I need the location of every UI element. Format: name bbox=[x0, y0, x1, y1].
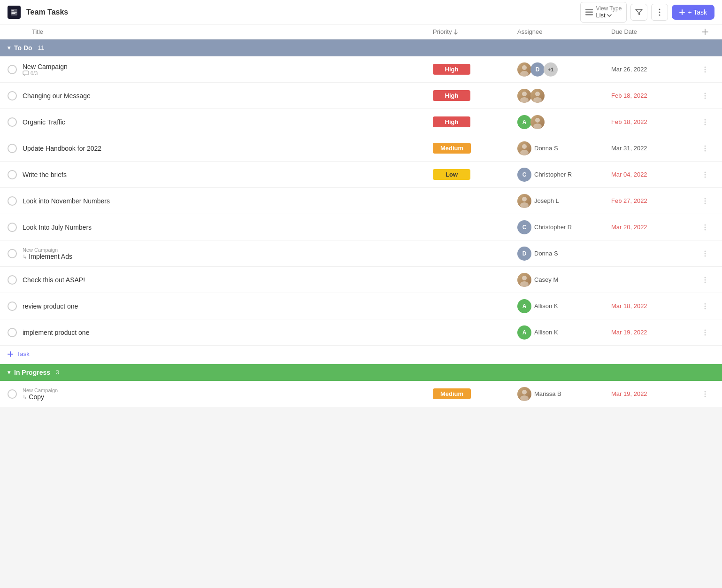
priority-badge[interactable]: Medium bbox=[433, 143, 471, 154]
svg-point-17 bbox=[705, 93, 706, 94]
svg-point-58 bbox=[705, 393, 706, 395]
app-title: Team Tasks bbox=[26, 8, 575, 16]
svg-point-44 bbox=[522, 276, 527, 280]
task-assignee-cell: A bbox=[517, 115, 611, 129]
task-more-button[interactable] bbox=[696, 250, 714, 257]
svg-point-56 bbox=[520, 395, 529, 401]
task-more-button[interactable] bbox=[696, 277, 714, 283]
filter-button[interactable] bbox=[630, 4, 647, 21]
task-priority-cell: Medium bbox=[433, 143, 517, 154]
add-task-button[interactable]: + Task bbox=[672, 5, 714, 20]
svg-point-40 bbox=[705, 229, 706, 230]
priority-badge[interactable]: High bbox=[433, 64, 470, 75]
more-icon bbox=[659, 8, 661, 16]
priority-badge[interactable]: High bbox=[433, 90, 470, 101]
task-more-button[interactable] bbox=[696, 198, 714, 204]
task-checkbox[interactable] bbox=[8, 170, 17, 179]
task-assignee-cell: Joseph L bbox=[517, 194, 611, 208]
svg-point-24 bbox=[705, 124, 706, 125]
task-more-button[interactable] bbox=[696, 93, 714, 99]
view-type-button[interactable]: View Type List bbox=[580, 2, 627, 23]
svg-rect-3 bbox=[585, 14, 593, 15]
add-task-row[interactable]: Task bbox=[0, 346, 722, 364]
task-due-date: Mar 18, 2022 bbox=[611, 302, 696, 309]
task-checkbox[interactable] bbox=[8, 65, 17, 74]
svg-point-25 bbox=[522, 144, 527, 149]
more-options-button[interactable] bbox=[651, 4, 668, 21]
task-checkbox[interactable] bbox=[8, 275, 17, 285]
task-title-cell: Organic Traffic bbox=[8, 114, 433, 131]
col-duedate-header: Due Date bbox=[611, 28, 696, 35]
task-checkbox[interactable] bbox=[8, 302, 17, 311]
priority-badge[interactable]: Medium bbox=[433, 388, 471, 399]
svg-point-50 bbox=[705, 305, 706, 307]
app-container: Team Tasks View Type List bbox=[0, 0, 722, 407]
task-row: New Campaign 0/3 High D+1Mar 26, 2022 bbox=[0, 56, 722, 83]
task-more-button[interactable] bbox=[696, 329, 714, 336]
table-header: Title Priority Assignee Due Date bbox=[0, 24, 722, 39]
section-collapse-todo[interactable]: ▾ bbox=[8, 45, 10, 51]
task-assignee-cell: DDonna S bbox=[517, 247, 611, 261]
svg-point-4 bbox=[659, 8, 661, 10]
svg-point-37 bbox=[705, 202, 706, 204]
section-label-inprogress: In Progress bbox=[14, 369, 50, 376]
task-checkbox[interactable] bbox=[8, 389, 17, 399]
filter-icon bbox=[635, 9, 643, 15]
task-checkbox[interactable] bbox=[8, 249, 17, 258]
task-more-button[interactable] bbox=[696, 66, 714, 73]
task-title-cell: review product one bbox=[8, 298, 433, 315]
task-checkbox[interactable] bbox=[8, 144, 17, 153]
header-actions: View Type List bbox=[580, 2, 714, 23]
svg-point-53 bbox=[705, 332, 706, 333]
task-priority-cell: High bbox=[433, 90, 517, 101]
section-collapse-inprogress[interactable]: ▾ bbox=[8, 369, 10, 376]
svg-point-38 bbox=[705, 224, 706, 225]
col-add-header[interactable] bbox=[696, 28, 714, 35]
task-checkbox[interactable] bbox=[8, 91, 17, 101]
more-dots-icon bbox=[704, 66, 706, 73]
app-logo bbox=[8, 6, 21, 19]
section-label-todo: To Do bbox=[14, 44, 32, 52]
task-checkbox[interactable] bbox=[8, 328, 17, 337]
svg-point-47 bbox=[705, 279, 706, 280]
plus-icon bbox=[679, 9, 685, 15]
task-more-button[interactable] bbox=[696, 224, 714, 231]
task-checkbox[interactable] bbox=[8, 223, 17, 232]
svg-point-33 bbox=[522, 197, 527, 201]
task-name-wrap: Organic Traffic bbox=[23, 118, 65, 126]
col-priority-header: Priority bbox=[433, 28, 517, 35]
task-more-button[interactable] bbox=[696, 303, 714, 309]
task-name: review product one bbox=[23, 302, 78, 310]
priority-badge[interactable]: High bbox=[433, 116, 470, 127]
add-task-plus-icon bbox=[8, 351, 13, 357]
task-due-date: Mar 04, 2022 bbox=[611, 171, 696, 178]
task-more-button[interactable] bbox=[696, 171, 714, 178]
svg-point-13 bbox=[522, 92, 527, 96]
task-more-button[interactable] bbox=[696, 119, 714, 125]
task-assignee-cell bbox=[517, 89, 611, 103]
task-name: Update Handbook for 2022 bbox=[23, 145, 101, 152]
svg-point-5 bbox=[659, 11, 661, 13]
svg-point-27 bbox=[705, 145, 706, 147]
svg-point-59 bbox=[705, 395, 706, 397]
task-checkbox[interactable] bbox=[8, 117, 17, 127]
svg-point-41 bbox=[705, 250, 706, 252]
col-assignee-header: Assignee bbox=[517, 28, 611, 35]
task-name: ↳ Copy bbox=[23, 393, 58, 401]
task-more-button[interactable] bbox=[696, 391, 714, 397]
priority-badge[interactable]: Low bbox=[433, 169, 470, 180]
task-name: ↳ Implement Ads bbox=[23, 253, 72, 260]
task-assignee-cell: Marissa B bbox=[517, 387, 611, 401]
task-more-button[interactable] bbox=[696, 145, 714, 152]
task-checkbox[interactable] bbox=[8, 196, 17, 206]
task-name: implement product one bbox=[23, 329, 89, 336]
task-name-wrap: Look into November Numbers bbox=[23, 197, 110, 205]
task-row: Write the briefsLowCChristopher RMar 04,… bbox=[0, 162, 722, 188]
view-type-value: List bbox=[596, 12, 611, 19]
task-assignee-cell: CChristopher R bbox=[517, 220, 611, 234]
view-type-label: View Type List bbox=[596, 5, 622, 19]
task-due-date: Feb 18, 2022 bbox=[611, 118, 696, 125]
task-row: Update Handbook for 2022Medium Donna SMa… bbox=[0, 135, 722, 162]
svg-point-22 bbox=[705, 119, 706, 120]
task-assignee-cell: AAllison K bbox=[517, 299, 611, 313]
